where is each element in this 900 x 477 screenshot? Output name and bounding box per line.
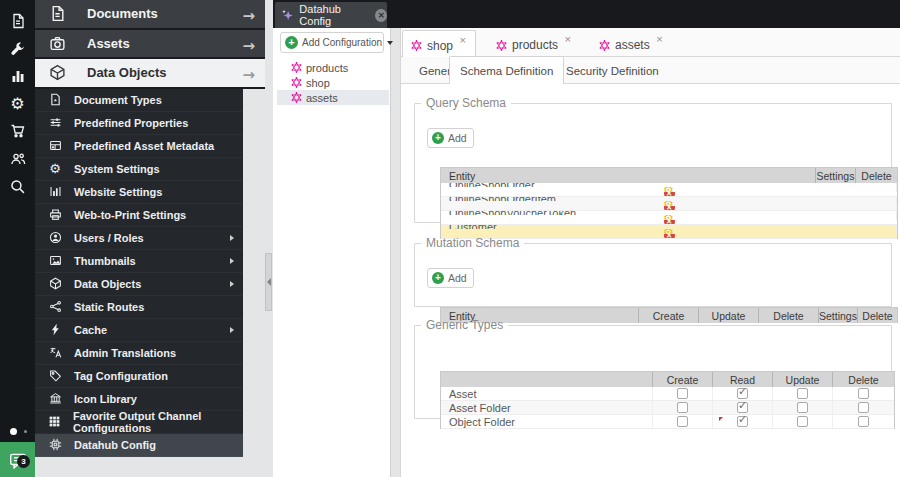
tree-item-products[interactable]: products bbox=[277, 60, 389, 75]
ecommerce-icon[interactable] bbox=[0, 118, 35, 144]
tab-assets[interactable]: assets × bbox=[591, 34, 671, 56]
reports-icon[interactable] bbox=[0, 63, 35, 89]
tab-label: assets bbox=[615, 38, 650, 52]
tab-products[interactable]: products × bbox=[488, 34, 580, 56]
menu-item-label: Assets bbox=[87, 36, 130, 51]
create-checkbox[interactable]: ✓ bbox=[677, 402, 688, 413]
table-row[interactable]: Object Folder ✓ ✓ ✓ ✓ bbox=[441, 415, 894, 429]
add-configuration-dropdown[interactable] bbox=[387, 41, 393, 45]
close-icon[interactable]: × bbox=[459, 35, 467, 45]
search-icon[interactable] bbox=[0, 173, 35, 199]
status-dots bbox=[0, 424, 35, 438]
tab-label: Datahub Config bbox=[299, 3, 367, 27]
cube-icon bbox=[48, 277, 62, 290]
menu-item-data-objects[interactable]: Data Objects → bbox=[35, 59, 265, 89]
add-configuration-button[interactable]: + Add Configuration bbox=[280, 32, 384, 53]
submenu-item-document-types[interactable]: Document Types bbox=[35, 89, 243, 112]
read-checkbox[interactable]: ✓ bbox=[737, 388, 748, 399]
tree-item-label: shop bbox=[306, 77, 330, 89]
delete-cell: ✓ bbox=[833, 401, 894, 414]
table-row[interactable]: OnlineShopOrderItem ⚙ × bbox=[441, 197, 897, 211]
submenu-item-data-objects[interactable]: Data Objects bbox=[35, 273, 243, 296]
submenu-item-favorite-output-channel-configurations[interactable]: Favorite Output Channel Configurations bbox=[35, 411, 243, 434]
read-cell: ✓ bbox=[713, 387, 773, 400]
submenu-item-system-settings[interactable]: ⚙ System Settings bbox=[35, 158, 243, 181]
chevron-down-icon bbox=[387, 41, 393, 45]
column-header-delete[interactable]: Delete bbox=[856, 168, 897, 183]
table-row[interactable]: OnlineShopOrder ⚙ × bbox=[441, 183, 897, 197]
customers-icon[interactable] bbox=[0, 146, 35, 172]
column-header-entity[interactable]: Entity bbox=[441, 168, 816, 183]
gear-icon: ⚙ bbox=[48, 162, 62, 175]
column-header-create[interactable]: Create bbox=[653, 372, 713, 387]
submenu-item-cache[interactable]: Cache bbox=[35, 319, 243, 342]
submenu-label: Favorite Output Channel Configurations bbox=[73, 410, 243, 434]
query-schema-add-button[interactable]: + Add bbox=[427, 128, 474, 148]
table-row[interactable]: OnlineShopVoucherToken ⚙ × bbox=[441, 211, 897, 225]
create-checkbox[interactable]: ✓ bbox=[677, 388, 688, 399]
submenu-item-website-settings[interactable]: Website Settings bbox=[35, 181, 243, 204]
subtab-security-definition[interactable]: Security Definition bbox=[556, 57, 669, 84]
update-checkbox[interactable]: ✓ bbox=[797, 388, 808, 399]
menu-item-assets[interactable]: Assets → bbox=[35, 30, 265, 60]
subtab-schema-definition[interactable]: Schema Definition bbox=[449, 56, 564, 84]
type-cell: Asset Folder bbox=[441, 401, 653, 414]
documents-icon[interactable] bbox=[0, 8, 35, 34]
column-header-delete[interactable]: Delete bbox=[833, 372, 894, 387]
submenu-item-datahub-config[interactable]: Datahub Config bbox=[35, 434, 243, 457]
delete-checkbox[interactable]: ✓ bbox=[858, 416, 869, 427]
delete-cell: × bbox=[441, 220, 897, 224]
delete-checkbox[interactable]: ✓ bbox=[858, 388, 869, 399]
submenu-item-admin-translations[interactable]: Admin Translations bbox=[35, 342, 243, 365]
tree-item-assets[interactable]: assets bbox=[277, 90, 389, 105]
update-checkbox[interactable]: ✓ bbox=[797, 402, 808, 413]
subtab-label: Schema Definition bbox=[460, 65, 553, 77]
tree-item-shop[interactable]: shop bbox=[277, 75, 389, 90]
delete-icon[interactable]: × bbox=[664, 206, 675, 210]
submenu-item-users-roles[interactable]: Users / Roles bbox=[35, 227, 243, 250]
menu-item-label: Documents bbox=[87, 6, 158, 21]
table-row[interactable]: Asset ✓ ✓ ✓ ✓ bbox=[441, 387, 894, 401]
submenu-item-predefined-asset-metadata[interactable]: Predefined Asset Metadata bbox=[35, 135, 243, 158]
delete-icon[interactable]: × bbox=[664, 192, 675, 196]
graphql-icon bbox=[291, 62, 302, 73]
tree-item-label: assets bbox=[306, 92, 338, 104]
tab-label: shop bbox=[427, 39, 453, 53]
grid-header: Create Read Update Delete bbox=[441, 372, 894, 387]
submenu-item-icon-library[interactable]: Icon Library bbox=[35, 388, 243, 411]
mutation-schema-add-button[interactable]: + Add bbox=[427, 268, 474, 288]
submenu-label: Cache bbox=[74, 324, 107, 336]
table-row[interactable]: Asset Folder ✓ ✓ ✓ ✓ bbox=[441, 401, 894, 415]
column-header-update[interactable]: Update bbox=[773, 372, 833, 387]
submenu-item-web-to-print-settings[interactable]: Web-to-Print Settings bbox=[35, 204, 243, 227]
close-icon[interactable]: × bbox=[564, 34, 572, 44]
bank-icon bbox=[48, 392, 62, 405]
delete-cell: ✓ bbox=[833, 415, 894, 428]
read-checkbox[interactable]: ✓ bbox=[737, 416, 748, 427]
update-checkbox[interactable]: ✓ bbox=[797, 416, 808, 427]
column-header-read[interactable]: Read bbox=[713, 372, 773, 387]
submenu-item-predefined-properties[interactable]: Predefined Properties bbox=[35, 112, 243, 135]
column-header-settings[interactable]: Settings bbox=[816, 168, 856, 183]
submenu-item-tag-configuration[interactable]: Tag Configuration bbox=[35, 365, 243, 388]
menu-item-documents[interactable]: Documents → bbox=[35, 0, 265, 30]
tab-datahub-config[interactable]: Datahub Config × bbox=[275, 2, 387, 28]
panel-collapse-handle[interactable] bbox=[265, 253, 272, 311]
submenu-item-thumbnails[interactable]: Thumbnails bbox=[35, 250, 243, 273]
settings-icon[interactable]: ⚙ bbox=[0, 91, 35, 117]
read-checkbox[interactable]: ✓ bbox=[737, 402, 748, 413]
tools-icon[interactable] bbox=[0, 36, 35, 62]
delete-checkbox[interactable]: ✓ bbox=[858, 402, 869, 413]
close-icon[interactable]: × bbox=[375, 9, 387, 22]
submenu-label: Document Types bbox=[74, 94, 162, 106]
add-label: Add bbox=[448, 132, 467, 144]
type-cell: Object Folder bbox=[441, 415, 653, 428]
submenu-label: System Settings bbox=[74, 163, 160, 175]
close-icon[interactable]: × bbox=[656, 34, 664, 44]
generic-types-grid: Create Read Update Delete Asset ✓ ✓ ✓ ✓ … bbox=[440, 371, 895, 429]
dirty-marker bbox=[719, 417, 723, 421]
subtab-label: Security Definition bbox=[566, 65, 659, 77]
submenu-item-static-routes[interactable]: Static Routes bbox=[35, 296, 243, 319]
delete-icon[interactable]: × bbox=[664, 220, 675, 224]
create-checkbox[interactable]: ✓ bbox=[677, 416, 688, 427]
